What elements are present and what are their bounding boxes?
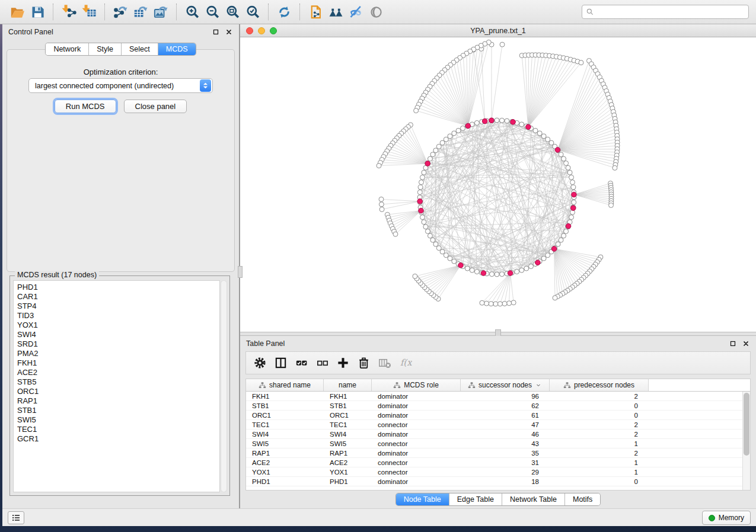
horizontal-splitter[interactable] <box>240 332 756 336</box>
table-cell[interactable]: ORC1 <box>246 412 324 419</box>
deselect-all-rows-icon[interactable] <box>313 354 331 372</box>
delete-rows-icon[interactable] <box>355 354 372 372</box>
table-cell[interactable]: SWI5 <box>324 440 372 447</box>
table-row[interactable]: PHD1PHD1dominator180 <box>246 477 742 486</box>
table-settings-icon[interactable] <box>251 354 269 372</box>
table-cell[interactable]: 47 <box>461 421 550 428</box>
zoom-selected-icon[interactable] <box>243 2 263 21</box>
table-scrollbar[interactable] <box>742 392 750 490</box>
column-header-shared-name[interactable]: shared name <box>246 379 324 391</box>
table-cell[interactable]: 2 <box>550 421 649 428</box>
table-cell[interactable]: 1 <box>550 440 649 447</box>
column-header-MCDS-role[interactable]: MCDS role <box>372 379 461 391</box>
select-all-rows-icon[interactable] <box>292 354 310 372</box>
table-cell[interactable]: RAP1 <box>246 450 324 457</box>
table-cell[interactable]: 46 <box>461 431 550 438</box>
table-cell[interactable]: 31 <box>461 459 550 466</box>
task-history-button[interactable] <box>8 511 24 524</box>
table-cell[interactable]: FKH1 <box>324 393 372 400</box>
export-image-icon[interactable] <box>151 2 171 21</box>
mcds-result-item[interactable]: SRD1 <box>17 339 219 349</box>
mcds-result-item[interactable]: STB1 <box>17 406 219 415</box>
open-file-icon[interactable] <box>7 2 27 21</box>
export-table-icon[interactable] <box>130 2 151 21</box>
table-cell[interactable]: dominator <box>372 431 461 438</box>
table-cell[interactable]: SWI5 <box>246 440 324 447</box>
table-cell[interactable]: 2 <box>550 450 649 457</box>
refresh-layout-icon[interactable] <box>274 2 294 21</box>
show-columns-icon[interactable] <box>272 354 289 372</box>
float-panel-icon[interactable] <box>212 28 220 36</box>
table-cell[interactable]: 2 <box>550 393 649 400</box>
tab-select[interactable]: Select <box>122 43 158 55</box>
table-cell[interactable]: 96 <box>461 393 550 400</box>
zoom-fit-icon[interactable] <box>222 2 243 21</box>
table-cell[interactable]: 1 <box>550 459 649 466</box>
zoom-out-icon[interactable] <box>202 2 222 21</box>
column-header-successor-nodes[interactable]: successor nodes <box>461 379 550 391</box>
tab-mcds[interactable]: MCDS <box>158 43 196 55</box>
optimization-criterion-select[interactable]: largest connected component (undirected) <box>28 78 213 93</box>
table-cell[interactable]: TEC1 <box>324 421 372 428</box>
mcds-result-item[interactable]: RAP1 <box>17 396 219 406</box>
save-session-icon[interactable] <box>27 2 47 21</box>
table-row[interactable]: YOX1YOX1connector291 <box>246 467 742 477</box>
table-cell[interactable]: connector <box>372 459 461 466</box>
network-graph[interactable] <box>240 37 755 332</box>
table-cell[interactable]: SWI4 <box>324 431 372 438</box>
table-row[interactable]: RAP1RAP1dominator352 <box>246 448 742 458</box>
tab-network[interactable]: Network <box>46 43 89 55</box>
table-cell[interactable]: 0 <box>550 402 649 409</box>
result-list-scrollbar[interactable] <box>221 280 227 492</box>
table-cell[interactable]: STB1 <box>324 402 372 409</box>
table-cell[interactable]: YOX1 <box>246 469 324 476</box>
search-input[interactable] <box>594 6 745 18</box>
table-cell[interactable]: 18 <box>461 478 550 485</box>
mcds-result-item[interactable]: STB5 <box>17 377 219 387</box>
table-cell[interactable]: dominator <box>372 402 461 409</box>
table-cell[interactable]: 43 <box>461 440 550 447</box>
table-cell[interactable]: ACE2 <box>324 459 372 466</box>
mcds-result-item[interactable]: TID3 <box>17 311 219 321</box>
duplicate-network-icon[interactable] <box>305 2 326 21</box>
mcds-result-item[interactable]: TEC1 <box>17 425 219 434</box>
table-cell[interactable]: dominator <box>372 478 461 485</box>
mcds-result-item[interactable]: YOX1 <box>17 321 219 330</box>
table-scrollbar-thumb[interactable] <box>744 393 749 456</box>
mcds-result-item[interactable]: ACE2 <box>17 368 219 377</box>
table-row[interactable]: FKH1FKH1dominator962 <box>246 392 742 401</box>
table-tab-node-table[interactable]: Node Table <box>396 493 449 505</box>
add-column-icon[interactable] <box>334 354 352 372</box>
mcds-result-item[interactable]: SWI4 <box>17 330 219 339</box>
table-row[interactable]: SWI5SWI5connector431 <box>246 439 742 448</box>
table-cell[interactable]: 2 <box>550 431 649 438</box>
column-header-name[interactable]: name <box>324 379 372 391</box>
table-cell[interactable]: PHD1 <box>246 478 324 485</box>
table-cell[interactable]: ACE2 <box>246 459 324 466</box>
table-cell[interactable]: ORC1 <box>324 412 372 419</box>
table-cell[interactable]: connector <box>372 440 461 447</box>
import-network-icon[interactable] <box>59 2 79 21</box>
hide-selected-icon[interactable] <box>346 2 366 21</box>
table-cell[interactable]: YOX1 <box>324 469 372 476</box>
table-tab-edge-table[interactable]: Edge Table <box>449 493 502 505</box>
search-box[interactable] <box>582 5 749 19</box>
table-cell[interactable]: FKH1 <box>246 393 324 400</box>
table-row[interactable]: ORC1ORC1dominator610 <box>246 411 742 420</box>
close-table-panel-icon[interactable] <box>742 339 750 348</box>
table-cell[interactable]: dominator <box>372 393 461 400</box>
float-table-panel-icon[interactable] <box>729 339 737 348</box>
vertical-splitter-handle[interactable] <box>238 266 243 278</box>
mcds-result-item[interactable]: PMA2 <box>17 349 219 358</box>
table-cell[interactable]: dominator <box>372 412 461 419</box>
table-cell[interactable]: 62 <box>461 402 550 409</box>
close-panel-icon[interactable] <box>225 28 233 36</box>
mcds-result-item[interactable]: SWI5 <box>17 415 219 425</box>
table-row[interactable]: TEC1TEC1connector472 <box>246 420 742 430</box>
table-cell[interactable]: STB1 <box>246 402 324 409</box>
mcds-result-item[interactable]: GCR1 <box>17 434 219 444</box>
table-cell[interactable]: 35 <box>461 450 550 457</box>
table-cell[interactable]: connector <box>372 469 461 476</box>
close-panel-button[interactable]: Close panel <box>124 100 187 113</box>
zoom-in-icon[interactable] <box>182 2 202 21</box>
